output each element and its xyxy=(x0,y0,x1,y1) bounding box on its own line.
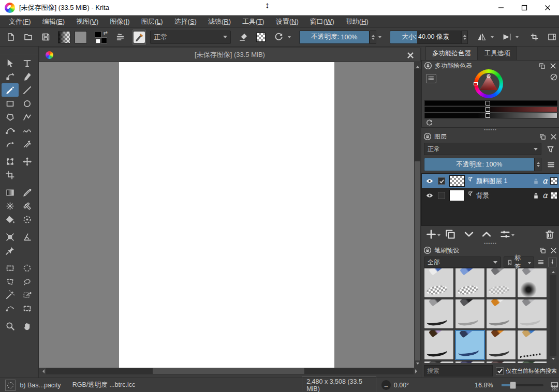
tool-measure[interactable] xyxy=(19,230,36,244)
docker-splitter[interactable]: •••••• xyxy=(421,128,559,131)
menu-f[interactable]: 文件(F) xyxy=(3,16,37,27)
mirror-horizontal-dropdown[interactable] xyxy=(489,30,496,44)
swap-colors-icon[interactable]: ⇄ xyxy=(104,30,108,36)
reload-preset-button[interactable] xyxy=(271,30,286,44)
menu-r[interactable]: 滤镜(R) xyxy=(202,16,237,27)
vertical-scrollbar-thumb[interactable] xyxy=(415,161,420,361)
brush-size-spinner[interactable] xyxy=(461,31,468,44)
duplicate-layer-button[interactable] xyxy=(445,229,456,240)
color-wheel[interactable] xyxy=(474,69,503,98)
tool-gradient[interactable] xyxy=(2,186,19,199)
tool-ellipse[interactable] xyxy=(19,97,36,110)
tool-polygon[interactable] xyxy=(2,110,19,124)
add-layer-button[interactable] xyxy=(425,229,437,240)
layer-options-menu-button[interactable] xyxy=(545,159,557,170)
tool-assistants[interactable] xyxy=(2,230,19,244)
tool-polyline[interactable] xyxy=(19,110,36,124)
tool-crop[interactable] xyxy=(2,168,19,182)
subwindow-titlebar[interactable]: [未保存图像] (33.5 MiB) xyxy=(39,48,421,62)
choose-brush-preset-button[interactable] xyxy=(113,30,127,44)
pattern-chooser-button[interactable] xyxy=(75,31,87,43)
brush-search-input[interactable] xyxy=(424,365,493,376)
airbrush-soft-thumb[interactable] xyxy=(517,268,547,298)
gamut-mask-off-icon[interactable] xyxy=(550,73,558,81)
display-mode-button[interactable] xyxy=(537,257,546,267)
fineliner-orange-thumb[interactable] xyxy=(486,299,516,329)
current-brush-name[interactable]: b) Bas...pacity xyxy=(20,382,61,389)
tool-polygonal-select[interactable] xyxy=(2,275,19,288)
brush-thumb[interactable] xyxy=(486,361,516,363)
horizontal-scrollbar-thumb[interactable] xyxy=(153,368,304,374)
layer-visibility-icon[interactable] xyxy=(425,191,434,200)
brush-thumb[interactable] xyxy=(517,361,547,363)
tool-text[interactable] xyxy=(19,56,36,70)
tool-bezier-curve[interactable] xyxy=(2,124,19,137)
layer-filter-button[interactable] xyxy=(543,143,557,155)
move-layer-up-button[interactable] xyxy=(481,229,492,240)
tool-move[interactable] xyxy=(19,155,36,168)
pencil-blue-thumb[interactable] xyxy=(517,330,547,360)
tool-edit-shapes[interactable] xyxy=(2,70,19,83)
opacity-spinner[interactable] xyxy=(370,31,376,44)
tool-freehand-path[interactable] xyxy=(19,124,36,137)
tool-colorize-mask[interactable] xyxy=(2,199,19,213)
blending-mode-dropdown[interactable]: 正常 xyxy=(150,31,231,44)
tool-zoom[interactable] xyxy=(2,319,19,333)
scroll-down-button[interactable] xyxy=(550,356,556,363)
toolbox-drag-handle[interactable] xyxy=(0,47,38,54)
color-history-bars[interactable] xyxy=(424,100,557,119)
image-dimensions[interactable]: 2,480 x 3,508 (33.5 MiB) xyxy=(302,376,376,392)
brush-tag-filter-dropdown[interactable]: 全部 xyxy=(424,257,501,268)
tool-magnetic-select[interactable] xyxy=(19,301,36,315)
basic-brush-thumb[interactable] xyxy=(455,330,485,360)
minimize-button[interactable] xyxy=(489,0,512,15)
scroll-up-button[interactable] xyxy=(414,62,421,69)
maximize-button[interactable] xyxy=(512,0,536,15)
save-button[interactable] xyxy=(38,30,53,44)
eraser-mode-button[interactable] xyxy=(236,30,251,44)
tab-advanced-color-selector[interactable]: 多功能拾色器 xyxy=(425,47,478,60)
layer-row[interactable]: 颜料图层 1α xyxy=(422,174,559,188)
docker-splitter[interactable]: •••••• xyxy=(421,242,559,245)
foreground-background-color-button[interactable]: ⇄ xyxy=(94,31,108,44)
tool-elliptical-select[interactable] xyxy=(19,261,36,275)
color-profile-label[interactable]: RGB/透明度 ...btrc.icc xyxy=(72,381,136,389)
canvas-rotation-value[interactable]: 0.00° xyxy=(394,382,409,389)
docker-lock-icon[interactable] xyxy=(423,132,432,141)
float-docker-button[interactable] xyxy=(539,247,547,254)
tool-rectangular-select[interactable] xyxy=(2,261,19,275)
refresh-icon[interactable] xyxy=(425,119,433,127)
brush-tip-button[interactable] xyxy=(548,257,557,267)
tool-reference-images[interactable] xyxy=(2,244,19,257)
zoom-slider-handle[interactable] xyxy=(510,382,516,389)
brush-grid-scrollbar[interactable] xyxy=(550,268,556,363)
detail-brush-orange-thumb[interactable] xyxy=(486,330,516,360)
mirror-vertical-dropdown[interactable] xyxy=(513,30,521,44)
bristle-brush-thumb[interactable] xyxy=(424,330,454,360)
layer-alpha-icon[interactable]: α xyxy=(542,176,548,186)
layer-thumbnail[interactable] xyxy=(449,175,465,187)
reload-preset-dropdown[interactable] xyxy=(286,30,293,44)
layer-properties-button[interactable] xyxy=(499,229,511,240)
workspace-chooser-button[interactable] xyxy=(545,30,559,44)
tool-line[interactable] xyxy=(19,83,36,97)
layer-blending-mode-dropdown[interactable]: 正常 xyxy=(424,143,541,155)
layer-inherit-alpha-icon[interactable] xyxy=(550,192,557,199)
shade-bar[interactable] xyxy=(424,113,557,118)
canvas-rotation-icon[interactable]: ↔ xyxy=(381,380,391,390)
eraser-soft-thumb[interactable] xyxy=(455,268,485,298)
layer-checkbox[interactable] xyxy=(438,177,445,185)
layer-name[interactable]: 背景 xyxy=(476,191,530,200)
eraser-block-thumb[interactable] xyxy=(424,268,454,298)
brush-size-slider[interactable]: 大小: 40.00 像素 xyxy=(390,31,461,44)
tool-similar-color-select[interactable] xyxy=(19,288,36,301)
opacity-slider[interactable]: 不透明度: 100% xyxy=(299,31,370,44)
pencil-soft-thumb[interactable] xyxy=(517,299,547,329)
menu-h[interactable]: 帮助(H) xyxy=(340,16,374,27)
subwindow-close-button[interactable] xyxy=(406,51,415,60)
menu-v[interactable]: 视图(V) xyxy=(70,16,104,27)
new-document-button[interactable] xyxy=(3,30,18,44)
close-docker-button[interactable] xyxy=(550,133,557,141)
docker-lock-icon[interactable] xyxy=(424,62,432,70)
color-selector-settings-button[interactable] xyxy=(426,74,436,83)
